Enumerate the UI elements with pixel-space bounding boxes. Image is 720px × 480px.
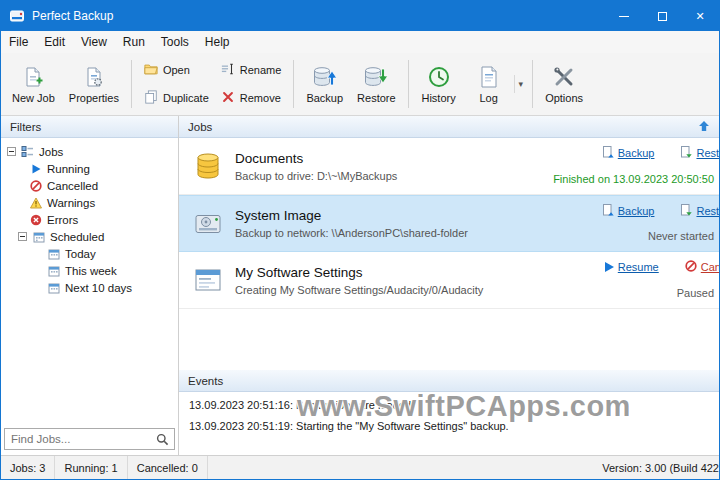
minimize-icon [619, 16, 629, 17]
warning-icon [29, 196, 42, 209]
options-button[interactable]: Options [538, 55, 590, 113]
scroll-up-icon[interactable] [698, 120, 710, 134]
job-row-documents[interactable]: Documents Backup to drive: D:\~\MyBackup… [179, 138, 719, 195]
open-button[interactable]: Open [139, 60, 214, 80]
restore-label: Restore [357, 92, 396, 104]
tree-item-errors[interactable]: Errors [29, 211, 178, 228]
job-backup-link[interactable]: Backup [602, 146, 655, 160]
minimize-button[interactable] [605, 1, 643, 31]
remove-icon [221, 90, 235, 106]
menu-tools[interactable]: Tools [153, 31, 197, 53]
job-title: My Software Settings [235, 265, 483, 280]
toolbar-small-group: Open Duplicate [137, 55, 288, 113]
tree-item-next-10-days[interactable]: Next 10 days [47, 279, 178, 296]
properties-button[interactable]: Properties [62, 55, 126, 113]
rename-icon [221, 62, 235, 78]
menu-edit[interactable]: Edit [36, 31, 73, 53]
open-icon [144, 62, 158, 78]
remove-label: Remove [240, 92, 281, 104]
properties-label: Properties [69, 92, 119, 104]
statusbar-jobs-count: Jobs: 3 [1, 456, 55, 479]
job-status: Paused [677, 287, 714, 299]
tree-item-label: This week [65, 265, 117, 277]
tree-item-warnings[interactable]: Warnings [29, 194, 178, 211]
collapse-expander-icon[interactable] [18, 232, 27, 241]
calendar-icon [32, 230, 45, 243]
log-button[interactable]: Log [464, 63, 514, 106]
close-icon: ✕ [695, 11, 704, 22]
toolbar-separator [408, 60, 409, 108]
menu-view[interactable]: View [73, 31, 115, 53]
options-icon [552, 65, 576, 89]
job-row-system-image[interactable]: System Image Backup to network: \\Anders… [179, 195, 719, 252]
resume-icon [605, 262, 614, 272]
tree-item-today[interactable]: Today [47, 245, 178, 262]
job-cancel-link[interactable]: Cancel [685, 260, 719, 274]
jobs-header: Jobs [179, 116, 719, 138]
job-title: System Image [235, 208, 468, 223]
tree-item-cancelled[interactable]: Cancelled [29, 177, 178, 194]
job-restore-link[interactable]: Restore [680, 204, 719, 218]
error-icon [29, 213, 42, 226]
toolbar: New Job Properties [1, 53, 719, 116]
statusbar-running-count: Running: 1 [55, 456, 127, 479]
job-resume-link[interactable]: Resume [605, 260, 659, 274]
job-backup-link[interactable]: Backup [602, 204, 655, 218]
history-label: History [421, 92, 455, 104]
job-subtitle: Backup to drive: D:\~\MyBackups [235, 170, 397, 182]
log-dropdown-arrow[interactable]: ▾ [514, 75, 528, 93]
history-icon [427, 65, 451, 89]
statusbar-version: Version: 3.00 (Build 422 [592, 462, 719, 474]
filters-header-label: Filters [10, 121, 41, 133]
backup-link-icon [602, 146, 614, 160]
cancel-icon [685, 260, 697, 274]
duplicate-icon [144, 90, 158, 106]
search-icon [151, 433, 174, 446]
restore-button[interactable]: Restore [350, 55, 403, 113]
backup-icon [312, 65, 338, 89]
documents-job-icon [193, 151, 227, 181]
tree-item-this-week[interactable]: This week [47, 262, 178, 279]
tree-item-scheduled[interactable]: Scheduled [18, 228, 178, 245]
job-row-my-software-settings[interactable]: My Software Settings Creating My Softwar… [179, 252, 719, 309]
filters-header: Filters [1, 116, 178, 138]
menu-help[interactable]: Help [197, 31, 238, 53]
calendar-icon [47, 247, 60, 260]
toolbar-separator [532, 60, 533, 108]
backup-label: Backup [306, 92, 343, 104]
running-icon [29, 162, 42, 175]
remove-button[interactable]: Remove [216, 88, 287, 108]
menu-file[interactable]: File [1, 31, 36, 53]
backup-link-icon [602, 204, 614, 218]
job-restore-link[interactable]: Restore [680, 146, 719, 160]
open-label: Open [163, 64, 190, 76]
rename-button[interactable]: Rename [216, 60, 287, 80]
jobs-header-label: Jobs [188, 121, 212, 133]
tree-item-label: Errors [47, 214, 78, 226]
job-title: Documents [235, 151, 397, 166]
rename-label: Rename [240, 64, 282, 76]
find-jobs-input[interactable] [5, 433, 151, 445]
tree-item-jobs[interactable]: Jobs [7, 143, 178, 160]
system-image-job-icon [193, 209, 227, 239]
maximize-button[interactable] [643, 1, 681, 31]
toolbar-separator [293, 60, 294, 108]
job-status: Finished on 13.09.2023 20:50:50 [553, 173, 714, 185]
collapse-expander-icon[interactable] [7, 147, 16, 156]
tree-item-running[interactable]: Running [29, 160, 178, 177]
window-title: Perfect Backup [32, 9, 113, 23]
event-line: 13.09.2023 20:51:16: Backup jobs are loa… [189, 399, 709, 411]
titlebar: Perfect Backup ✕ [1, 1, 719, 31]
close-button[interactable]: ✕ [681, 1, 719, 31]
history-button[interactable]: History [414, 55, 464, 113]
menu-run[interactable]: Run [115, 31, 153, 53]
restore-link-icon [680, 204, 692, 218]
events-panel: 13.09.2023 20:51:16: Backup jobs are loa… [179, 392, 719, 455]
new-job-button[interactable]: New Job [5, 55, 62, 113]
tree-item-label: Next 10 days [65, 282, 132, 294]
restore-icon [363, 65, 389, 89]
backup-button[interactable]: Backup [299, 55, 350, 113]
filters-panel: Filters Jobs [1, 116, 179, 455]
events-header: Events [179, 370, 719, 392]
duplicate-button[interactable]: Duplicate [139, 88, 214, 108]
